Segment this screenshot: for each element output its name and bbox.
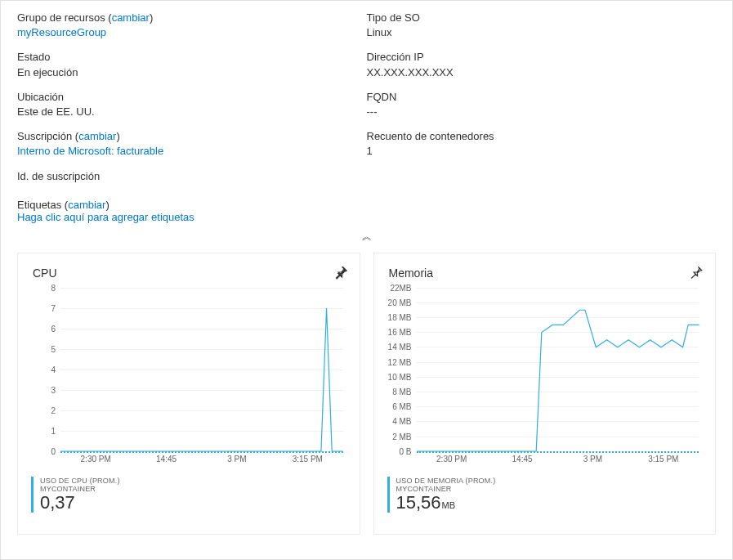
chart-ytick-label: 1 bbox=[51, 426, 60, 435]
property: Dirección IPXX.XXX.XXX.XXX bbox=[367, 50, 717, 79]
property-label: Ubicación bbox=[17, 91, 64, 103]
property-value[interactable]: myResourceGroup bbox=[17, 25, 367, 40]
property-value: En ejecución bbox=[17, 65, 367, 80]
chart-title: Memoria bbox=[389, 267, 703, 280]
legend-series-sub: MYCONTAINER bbox=[396, 485, 703, 493]
legend-series-label: USO DE MEMORIA (PROM.) bbox=[396, 477, 703, 485]
property: Tipo de SOLinux bbox=[367, 11, 717, 40]
chart-xtick-label: 2:30 PM bbox=[417, 455, 487, 464]
properties-section: Grupo de recursos (cambiar)myResourceGro… bbox=[1, 1, 732, 199]
chart-ytick-label: 2 MB bbox=[392, 432, 416, 441]
property: UbicaciónEste de EE. UU. bbox=[17, 90, 367, 119]
tags-label: Etiquetas bbox=[17, 199, 61, 211]
legend-unit: MB bbox=[442, 500, 456, 510]
chart-plot-cpu: 012345678 bbox=[60, 288, 343, 451]
property: FQDN--- bbox=[367, 90, 717, 119]
property-label: Estado bbox=[17, 51, 50, 63]
chart-ytick-label: 10 MB bbox=[388, 372, 417, 381]
property-value: Este de EE. UU. bbox=[17, 105, 367, 119]
property-value: --- bbox=[367, 105, 717, 119]
chart-legend-memory: USO DE MEMORIA (PROM.) MYCONTAINER 15,56… bbox=[387, 477, 703, 513]
chart-ytick-label: 18 MB bbox=[388, 313, 417, 322]
chart-card-cpu: CPU 012345678 2:30 PM14:453 PM3:15 PM US… bbox=[17, 253, 360, 535]
collapse-toggle[interactable]: ︽ bbox=[1, 230, 732, 243]
chart-ytick-label: 16 MB bbox=[388, 328, 417, 337]
property-label: FQDN bbox=[367, 91, 397, 103]
property: Recuento de contenedores1 bbox=[367, 129, 717, 159]
chart-legend-cpu: USO DE CPU (PROM.) MYCONTAINER 0,37 bbox=[31, 477, 346, 513]
tags-add-link[interactable]: Haga clic aquí para agregar etiquetas bbox=[17, 211, 194, 223]
property: Id. de suscripción bbox=[17, 169, 367, 184]
chart-ytick-label: 4 bbox=[51, 365, 60, 374]
chart-xtick-label: 3:15 PM bbox=[628, 455, 699, 464]
chart-ytick-label: 7 bbox=[51, 303, 60, 312]
property-label: Grupo de recursos bbox=[17, 11, 105, 24]
chart-xtick-label: 3 PM bbox=[202, 455, 272, 464]
chart-line bbox=[417, 288, 699, 451]
chart-xtick-label: 14:45 bbox=[487, 455, 557, 464]
chart-ytick-label: 2 bbox=[51, 405, 60, 414]
chart-ytick-label: 22MB bbox=[390, 283, 416, 292]
chart-ytick-label: 0 B bbox=[399, 446, 416, 455]
properties-column-left: Grupo de recursos (cambiar)myResourceGro… bbox=[17, 11, 367, 194]
property-value: 1 bbox=[367, 144, 717, 159]
pin-icon[interactable] bbox=[333, 265, 348, 280]
legend-series-sub: MYCONTAINER bbox=[40, 485, 346, 493]
chart-xtick-label: 3:15 PM bbox=[272, 455, 342, 464]
legend-series-label: USO DE CPU (PROM.) bbox=[40, 477, 346, 485]
charts-section: CPU 012345678 2:30 PM14:453 PM3:15 PM US… bbox=[1, 243, 732, 551]
chart-ytick-label: 8 bbox=[51, 283, 60, 292]
property-label: Dirección IP bbox=[367, 51, 424, 63]
chart-xtick-label: 14:45 bbox=[131, 455, 201, 464]
chart-ytick-label: 14 MB bbox=[388, 343, 417, 352]
property-label: Recuento de contenedores bbox=[367, 130, 494, 142]
chart-xaxis-memory: 2:30 PM14:453 PM3:15 PM bbox=[417, 451, 699, 464]
chart-ytick-label: 20 MB bbox=[388, 298, 417, 307]
tags-row: Etiquetas (cambiar) Haga clic aquí para … bbox=[1, 199, 732, 230]
property-change-link[interactable]: cambiar bbox=[112, 11, 150, 24]
chart-xaxis-cpu: 2:30 PM14:453 PM3:15 PM bbox=[60, 451, 343, 464]
legend-value: 15,56 bbox=[396, 492, 441, 513]
pin-icon[interactable] bbox=[689, 265, 704, 280]
tags-change-link[interactable]: cambiar bbox=[68, 199, 105, 211]
property-label: Id. de suscripción bbox=[17, 170, 100, 182]
chart-ytick-label: 4 MB bbox=[392, 417, 416, 426]
chart-ytick-label: 8 MB bbox=[392, 387, 416, 396]
chart-xtick-label: 3 PM bbox=[557, 455, 628, 464]
chart-card-memory: Memoria 0 B2 MB4 MB6 MB8 MB10 MB12 MB14 … bbox=[373, 253, 717, 535]
chart-ytick-label: 0 bbox=[51, 446, 60, 455]
chart-xtick-label: 2:30 PM bbox=[60, 455, 131, 464]
property-value: Linux bbox=[367, 25, 717, 40]
chart-ytick-label: 6 MB bbox=[392, 402, 416, 411]
overview-panel: Grupo de recursos (cambiar)myResourceGro… bbox=[0, 0, 733, 560]
property-label: Tipo de SO bbox=[367, 11, 420, 24]
property-change-link[interactable]: cambiar bbox=[78, 130, 116, 142]
property: EstadoEn ejecución bbox=[17, 50, 367, 79]
chart-ytick-label: 12 MB bbox=[388, 357, 417, 366]
property: Grupo de recursos (cambiar)myResourceGro… bbox=[17, 11, 367, 40]
chart-ytick-label: 5 bbox=[51, 344, 60, 353]
property: Suscripción (cambiar)Interno de Microsof… bbox=[17, 129, 367, 159]
chart-ytick-label: 6 bbox=[51, 324, 60, 333]
chart-ytick-label: 3 bbox=[51, 385, 60, 394]
property-label: Suscripción bbox=[17, 130, 72, 142]
chevron-up-double-icon: ︽ bbox=[362, 231, 372, 242]
chart-plot-memory: 0 B2 MB4 MB6 MB8 MB10 MB12 MB14 MB16 MB1… bbox=[417, 288, 699, 451]
property-value[interactable]: Interno de Microsoft: facturable bbox=[17, 144, 367, 159]
chart-line bbox=[60, 288, 343, 451]
legend-value: 0,37 bbox=[40, 492, 75, 513]
properties-column-right: Tipo de SOLinuxDirección IPXX.XXX.XXX.XX… bbox=[367, 11, 717, 194]
property-value: XX.XXX.XXX.XXX bbox=[367, 65, 717, 80]
chart-title: CPU bbox=[33, 267, 346, 280]
